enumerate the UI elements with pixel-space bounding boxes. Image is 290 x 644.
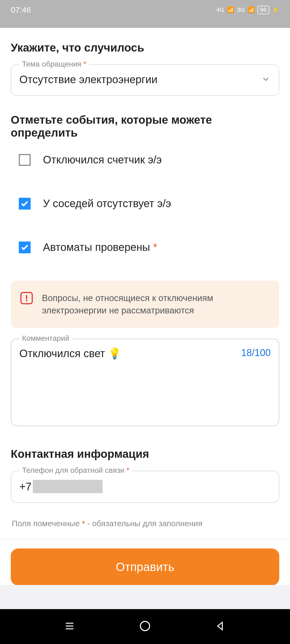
- android-nav-bar: [0, 609, 290, 644]
- checkbox-icon: [19, 154, 31, 166]
- status-bar: 07:46 4G 📶 3G 📶 96 ⚡: [0, 0, 290, 28]
- section-title-events: Отметьте события, которые можете определ…: [11, 114, 279, 139]
- comment-textarea[interactable]: Комментарий Отключился свет 💡 18/100: [11, 339, 279, 426]
- battery-icon: 96: [258, 6, 269, 14]
- network-4g-icon: 4G: [216, 6, 224, 13]
- phone-label: Телефон для обратной связи *: [19, 466, 132, 475]
- status-indicators: 4G 📶 3G 📶 96 ⚡: [216, 6, 279, 14]
- topic-value: Отсутствие электроэнергии: [19, 74, 157, 86]
- home-icon[interactable]: [139, 620, 151, 633]
- checkbox-label: Отключился счетчик э/э: [43, 154, 162, 166]
- topic-label: Тема обращения *: [19, 60, 89, 68]
- topic-select[interactable]: Тема обращения * Отсутствие электроэнерг…: [11, 64, 279, 96]
- charging-icon: ⚡: [272, 6, 279, 13]
- alert-icon: !: [20, 292, 33, 304]
- checkbox-icon: [19, 198, 31, 210]
- comment-value: Отключился свет 💡: [19, 347, 121, 360]
- redacted-phone: [33, 480, 103, 493]
- signal-icon: 📶: [227, 6, 234, 13]
- phone-value: +7: [19, 480, 271, 493]
- chevron-down-icon: [261, 74, 271, 85]
- bottom-spacer: [0, 585, 290, 609]
- comment-counter: 18/100: [241, 347, 271, 358]
- warning-text: Вопросы, не относящиеся к отключениям эл…: [42, 292, 270, 317]
- warning-banner: ! Вопросы, не относящиеся к отключениям …: [11, 281, 279, 328]
- section-title-contact: Контактная информация: [11, 448, 279, 460]
- section-title-what-happened: Укажите, что случилось: [11, 41, 279, 54]
- checkbox-neighbors-no-power[interactable]: У соседей отсутствует э/э: [11, 193, 279, 214]
- checkbox-label: У соседей отсутствует э/э: [43, 197, 171, 210]
- checkbox-meter-off[interactable]: Отключился счетчик э/э: [11, 149, 279, 170]
- status-time: 07:46: [11, 5, 31, 14]
- signal-icon: 📶: [248, 6, 255, 13]
- recent-apps-icon[interactable]: [64, 620, 75, 633]
- comment-label: Комментарий: [19, 334, 72, 343]
- checkbox-icon: [19, 241, 31, 253]
- back-icon[interactable]: [215, 620, 226, 633]
- svg-marker-4: [218, 622, 222, 630]
- network-3g-icon: 3G: [237, 6, 245, 13]
- submit-button[interactable]: Отправить: [11, 548, 279, 586]
- svg-point-3: [140, 621, 150, 631]
- phone-input[interactable]: Телефон для обратной связи * +7: [11, 471, 279, 503]
- required-footnote: Поля помеченные * - обязательны для запо…: [11, 519, 279, 528]
- checkbox-label: Автоматы проверены *: [43, 241, 157, 253]
- checkbox-breakers-checked[interactable]: Автоматы проверены *: [11, 237, 279, 258]
